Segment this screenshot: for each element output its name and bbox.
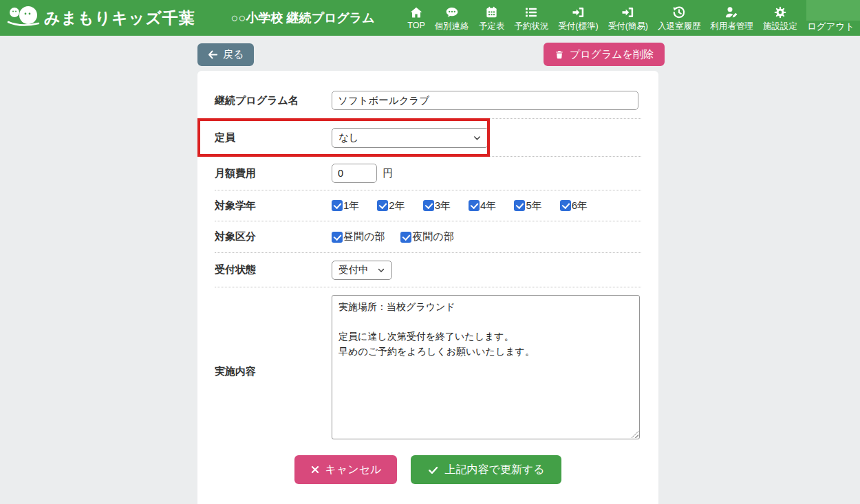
- monthly-fee-row: 月額費用 円: [215, 157, 641, 190]
- target-grades-label: 対象学年: [215, 199, 332, 212]
- nav-facility-settings[interactable]: 施設設定: [758, 0, 802, 36]
- arrow-left-icon: [208, 50, 218, 60]
- nav-entry-exit-history[interactable]: 入退室履歴: [653, 0, 706, 36]
- program-name-input[interactable]: [332, 91, 638, 110]
- target-grades-row: 対象学年 1年 2年 3年 4年 5年 6年: [215, 190, 641, 221]
- capacity-label: 定員: [215, 131, 332, 144]
- program-name-label: 継続プログラム名: [215, 94, 332, 107]
- grade-5-checkbox[interactable]: [514, 200, 525, 211]
- reception-status-label: 受付状態: [215, 263, 332, 276]
- main-nav: TOP 個別連絡 予定表: [402, 0, 802, 36]
- details-textarea[interactable]: 実施場所：当校グラウンド 定員に達し次第受付を終了いたします。 早めのご予約をよ…: [332, 295, 640, 439]
- brand-logo[interactable]: みまもりキッズ千葉: [7, 3, 195, 32]
- check-icon: [427, 465, 439, 475]
- comment-icon: [445, 5, 459, 19]
- grade-6-checkbox[interactable]: [560, 200, 571, 211]
- form-actions: キャンセル 上記内容で更新する: [215, 455, 641, 484]
- brand-name: みまもりキッズ千葉: [44, 8, 195, 29]
- delete-program-button[interactable]: プログラムを削除: [544, 43, 665, 66]
- calendar-icon: [485, 5, 498, 19]
- mascot-icon: [7, 3, 41, 32]
- fee-unit-label: 円: [383, 167, 393, 180]
- grade-2-checkbox[interactable]: [377, 200, 388, 211]
- reception-status-value: 受付中: [338, 263, 369, 276]
- app-header: みまもりキッズ千葉 ○○小学校 継続プログラム TOP 個別連絡: [0, 0, 860, 36]
- update-button[interactable]: 上記内容で更新する: [411, 455, 561, 484]
- nighttime-option: 夜間の部: [400, 230, 453, 243]
- details-label: 実施内容: [215, 365, 332, 378]
- cancel-button[interactable]: キャンセル: [294, 455, 397, 484]
- grade-5-option: 5年: [514, 199, 541, 212]
- program-name-row: 継続プログラム名: [215, 83, 641, 119]
- capacity-selected-value: なし: [338, 131, 359, 144]
- nav-user-management[interactable]: 利用者管理: [706, 0, 759, 36]
- target-division-label: 対象区分: [215, 230, 332, 243]
- x-icon: [310, 465, 320, 474]
- nav-individual-contact[interactable]: 個別連絡: [430, 0, 474, 36]
- grade-4-option: 4年: [469, 199, 496, 212]
- nav-schedule[interactable]: 予定表: [474, 0, 510, 36]
- nav-reception-simple[interactable]: 受付(簡易): [603, 0, 653, 36]
- daytime-checkbox[interactable]: [332, 232, 343, 243]
- nav-top[interactable]: TOP: [402, 0, 429, 36]
- page-title: ○○小学校 継続プログラム: [231, 10, 375, 26]
- nav-reception-standard[interactable]: 受付(標準): [553, 0, 603, 36]
- details-row: 実施内容 実施場所：当校グラウンド 定員に達し次第受付を終了いたします。 早めの…: [215, 287, 641, 448]
- reception-status-select[interactable]: 受付中: [332, 261, 392, 280]
- logout-button[interactable]: ログアウト: [802, 0, 860, 36]
- nav-reservation-status[interactable]: 予約状況: [509, 0, 553, 36]
- grade-4-checkbox[interactable]: [469, 200, 480, 211]
- grade-1-option: 1年: [332, 199, 359, 212]
- target-division-row: 対象区分 昼間の部 夜間の部: [215, 221, 641, 253]
- trash-icon: [555, 50, 564, 60]
- history-icon: [672, 5, 686, 19]
- grade-3-option: 3年: [423, 199, 451, 212]
- grade-6-option: 6年: [560, 199, 588, 212]
- grade-2-option: 2年: [377, 199, 405, 212]
- logout-label: ログアウト: [807, 21, 854, 33]
- logout-highlight: [806, 0, 860, 21]
- chevron-down-icon: [473, 133, 482, 142]
- monthly-fee-input[interactable]: [332, 164, 377, 183]
- daytime-option: 昼間の部: [332, 230, 385, 243]
- reception-status-row: 受付状態 受付中: [215, 253, 641, 287]
- list-icon: [524, 5, 538, 19]
- home-icon: [409, 5, 423, 19]
- nighttime-checkbox[interactable]: [400, 232, 411, 243]
- monthly-fee-label: 月額費用: [215, 167, 332, 180]
- capacity-select[interactable]: なし: [332, 128, 488, 148]
- program-form-card: 継続プログラム名 定員 なし 月額費用 円 対象学年 1年 2年 3年: [197, 71, 658, 504]
- user-edit-icon: [724, 5, 739, 19]
- sign-in-icon: [621, 5, 635, 19]
- capacity-row: 定員 なし: [215, 119, 641, 157]
- sign-in-icon: [572, 5, 585, 19]
- back-button[interactable]: 戻る: [197, 43, 254, 66]
- chevron-down-icon: [377, 266, 385, 274]
- grade-3-checkbox[interactable]: [423, 200, 434, 211]
- grade-1-checkbox[interactable]: [332, 200, 343, 211]
- gear-icon: [773, 5, 787, 19]
